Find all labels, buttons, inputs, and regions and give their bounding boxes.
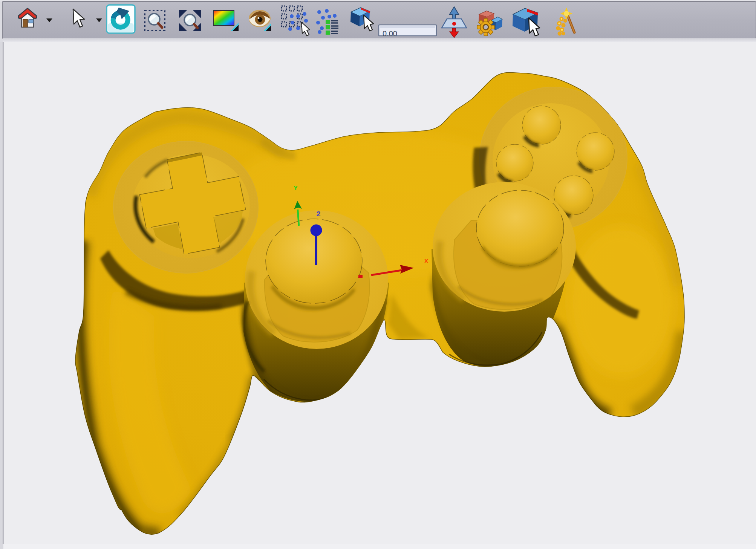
svg-text:x: x — [424, 257, 428, 265]
svg-text:Y: Y — [294, 185, 298, 192]
svg-text:2: 2 — [316, 210, 321, 219]
svg-text:0.00: 0.00 — [383, 29, 397, 38]
